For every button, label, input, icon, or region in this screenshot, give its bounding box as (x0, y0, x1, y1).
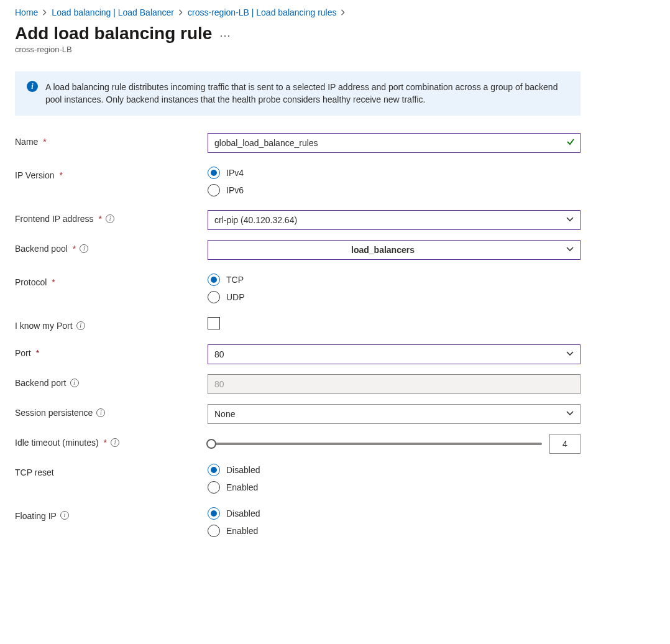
ip-version-ipv6-label: IPv6 (226, 185, 244, 195)
tcp-reset-disabled[interactable]: Disabled (208, 464, 581, 476)
required-indicator: * (104, 438, 107, 448)
breadcrumb-home[interactable]: Home (15, 7, 38, 17)
ip-version-ipv4[interactable]: IPv4 (208, 167, 581, 179)
port-select[interactable]: 80 (208, 344, 581, 364)
frontend-ip-value: crl-pip (40.120.32.64) (214, 215, 297, 225)
required-indicator: * (99, 214, 102, 224)
port-label: Port (15, 348, 31, 358)
chevron-right-icon (340, 9, 346, 16)
protocol-radio-group: TCP UDP (208, 274, 581, 303)
tcp-reset-disabled-label: Disabled (226, 465, 260, 475)
breadcrumb-load-balancing[interactable]: Load balancing | Load Balancer (52, 7, 174, 17)
breadcrumb-cross-region-lb-rules[interactable]: cross-region-LB | Load balancing rules (188, 7, 336, 17)
radio-icon (208, 525, 220, 537)
info-icon[interactable]: i (60, 511, 69, 520)
info-icon[interactable]: i (76, 321, 85, 330)
backend-pool-value: load_balancers (214, 245, 566, 255)
floating-ip-disabled[interactable]: Disabled (208, 507, 581, 520)
session-persistence-select[interactable]: None (208, 404, 581, 424)
know-port-checkbox[interactable] (208, 317, 220, 329)
backend-pool-label: Backend pool (15, 244, 68, 254)
chevron-right-icon (178, 9, 184, 16)
info-icon: i (27, 81, 38, 92)
slider-thumb[interactable] (206, 439, 216, 449)
info-icon[interactable]: i (80, 244, 88, 253)
session-persistence-label: Session persistence (15, 408, 93, 418)
idle-timeout-slider[interactable] (208, 443, 542, 445)
port-value: 80 (214, 349, 224, 359)
backend-port-value: 80 (214, 379, 224, 389)
page-title: Add load balancing rule (15, 24, 212, 44)
name-input[interactable]: global_load_balance_rules (208, 133, 581, 153)
checkmark-icon (566, 137, 575, 148)
tcp-reset-radio-group: Disabled Enabled (208, 464, 581, 494)
page-subtitle: cross-region-LB (15, 45, 655, 54)
ip-version-ipv6[interactable]: IPv6 (208, 184, 581, 196)
radio-icon (208, 507, 220, 520)
backend-pool-select[interactable]: load_balancers (208, 240, 581, 260)
radio-icon (208, 464, 220, 476)
protocol-label: Protocol (15, 277, 47, 287)
floating-ip-radio-group: Disabled Enabled (208, 507, 581, 537)
chevron-right-icon (42, 9, 48, 16)
floating-ip-enabled[interactable]: Enabled (208, 525, 581, 537)
ip-version-ipv4-label: IPv4 (226, 168, 244, 178)
protocol-tcp-label: TCP (226, 275, 244, 285)
frontend-ip-label: Frontend IP address (15, 214, 94, 224)
backend-port-label: Backend port (15, 378, 67, 388)
idle-timeout-label: Idle timeout (minutes) (15, 438, 99, 448)
protocol-udp[interactable]: UDP (208, 291, 581, 303)
backend-port-input: 80 (208, 374, 581, 394)
radio-icon (208, 481, 220, 494)
info-icon[interactable]: i (96, 408, 105, 417)
breadcrumb: Home Load balancing | Load Balancer cros… (15, 7, 655, 17)
protocol-udp-label: UDP (226, 292, 245, 302)
know-port-label: I know my Port (15, 321, 73, 331)
radio-icon (208, 167, 220, 179)
chevron-down-icon (566, 215, 574, 225)
idle-timeout-value-input[interactable]: 4 (549, 434, 581, 454)
floating-ip-disabled-label: Disabled (226, 508, 260, 518)
chevron-down-icon (566, 245, 574, 255)
session-persistence-value: None (214, 409, 235, 419)
required-indicator: * (43, 137, 46, 147)
ip-version-label: IP Version (15, 170, 55, 180)
radio-icon (208, 274, 220, 286)
idle-timeout-value: 4 (562, 439, 567, 449)
floating-ip-enabled-label: Enabled (226, 526, 258, 536)
name-input-value: global_load_balance_rules (214, 138, 318, 148)
required-indicator: * (36, 348, 39, 358)
name-label: Name (15, 137, 38, 147)
frontend-ip-select[interactable]: crl-pip (40.120.32.64) (208, 210, 581, 230)
info-icon[interactable]: i (70, 379, 79, 387)
chevron-down-icon (566, 409, 574, 419)
info-icon[interactable]: i (106, 214, 114, 223)
required-indicator: * (73, 244, 76, 254)
radio-icon (208, 291, 220, 303)
tcp-reset-label: TCP reset (15, 467, 54, 477)
info-banner-text: A load balancing rule distributes incomi… (45, 81, 569, 106)
radio-icon (208, 184, 220, 196)
tcp-reset-enabled[interactable]: Enabled (208, 481, 581, 494)
info-banner: i A load balancing rule distributes inco… (15, 71, 581, 116)
tcp-reset-enabled-label: Enabled (226, 482, 258, 492)
floating-ip-label: Floating IP (15, 511, 57, 521)
chevron-down-icon (566, 349, 574, 359)
protocol-tcp[interactable]: TCP (208, 274, 581, 286)
required-indicator: * (52, 277, 55, 287)
more-actions-button[interactable]: ⋯ (219, 22, 231, 42)
ip-version-radio-group: IPv4 IPv6 (208, 167, 581, 196)
info-icon[interactable]: i (111, 438, 119, 447)
required-indicator: * (60, 170, 63, 180)
